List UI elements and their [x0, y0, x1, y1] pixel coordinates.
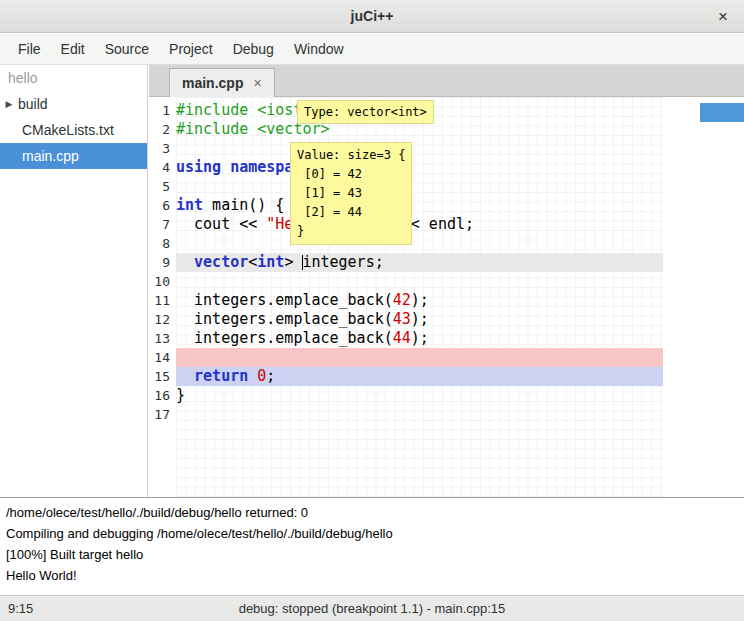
- code-line-5: 5: [149, 177, 744, 196]
- close-icon[interactable]: ×: [712, 0, 734, 33]
- menu-item-project[interactable]: Project: [159, 34, 223, 64]
- code-text[interactable]: integers.emplace_back(42);: [176, 291, 663, 310]
- scrollbar-thumb[interactable]: [700, 103, 744, 122]
- code-token: main() {: [203, 196, 284, 214]
- code-token: [176, 253, 194, 271]
- status-bar: 9:15 debug: stopped (breakpoint 1.1) - m…: [0, 595, 744, 621]
- code-text[interactable]: [176, 139, 663, 158]
- code-token: 42: [393, 291, 411, 309]
- line-number[interactable]: 5: [149, 177, 176, 196]
- code-token: integers.emplace_back(: [176, 291, 393, 309]
- file-tree-sidebar: hello ▶buildCMakeLists.txtmain.cpp: [0, 65, 148, 497]
- code-token: vector: [194, 253, 248, 271]
- code-line-9: 9 vector<int> integers;: [149, 253, 744, 272]
- line-number[interactable]: 10: [149, 272, 176, 291]
- line-number[interactable]: 13: [149, 329, 176, 348]
- menu-item-file[interactable]: File: [8, 34, 51, 64]
- line-number[interactable]: 11: [149, 291, 176, 310]
- code-text[interactable]: [176, 348, 663, 367]
- code-line-11: 11 integers.emplace_back(42);: [149, 291, 744, 310]
- project-name: hello: [0, 65, 147, 91]
- code-token: 44: [393, 329, 411, 347]
- code-line-10: 10: [149, 272, 744, 291]
- code-token: [176, 367, 194, 385]
- line-number[interactable]: 17: [149, 405, 176, 424]
- code-text[interactable]: [176, 234, 663, 253]
- tab-main-cpp[interactable]: main.cpp ×: [169, 68, 275, 97]
- code-token: <: [248, 253, 257, 271]
- expander-icon[interactable]: ▶: [0, 99, 18, 109]
- line-number[interactable]: 16: [149, 386, 176, 405]
- title-bar: juCi++ ×: [0, 0, 744, 33]
- code-token: 0: [257, 367, 266, 385]
- sidebar-item-main-cpp[interactable]: main.cpp: [0, 143, 147, 169]
- code-token: );: [411, 329, 429, 347]
- code-token: cout <<: [176, 215, 266, 233]
- code-token: 43: [393, 310, 411, 328]
- code-text[interactable]: [176, 177, 663, 196]
- code-token: }: [176, 386, 185, 404]
- tab-label: main.cpp: [182, 75, 243, 91]
- menu-bar: FileEditSourceProjectDebugWindow: [0, 34, 744, 65]
- code-token: int: [176, 196, 203, 214]
- line-number[interactable]: 12: [149, 310, 176, 329]
- code-line-17: 17: [149, 405, 744, 424]
- menu-item-debug[interactable]: Debug: [223, 34, 284, 64]
- code-token: );: [411, 310, 429, 328]
- code-token: int: [257, 253, 284, 271]
- code-text[interactable]: [176, 405, 663, 424]
- line-number[interactable]: 3: [149, 139, 176, 158]
- line-number[interactable]: 14: [149, 348, 176, 367]
- code-line-7: 7 cout << "Hello World!" << endl;: [149, 215, 744, 234]
- output-panel: /home/olece/test/hello/./build/debug/hel…: [0, 497, 744, 595]
- code-token: integers.emplace_back(: [176, 310, 393, 328]
- code-token: return: [194, 367, 248, 385]
- line-number[interactable]: 15: [149, 367, 176, 386]
- menu-item-source[interactable]: Source: [95, 34, 159, 64]
- code-text[interactable]: vector<int> integers;: [176, 253, 663, 272]
- output-line: Compiling and debugging /home/olece/test…: [6, 523, 738, 544]
- tooltip-value-line: Value: size=3 {: [297, 146, 405, 165]
- code-token: ;: [266, 367, 275, 385]
- code-text[interactable]: integers.emplace_back(43);: [176, 310, 663, 329]
- debug-tooltip-value: Value: size=3 { [0] = 42 [1] = 43 [2] = …: [290, 142, 412, 245]
- code-text[interactable]: using namespace std;: [176, 158, 663, 177]
- line-number[interactable]: 8: [149, 234, 176, 253]
- code-text[interactable]: cout << "Hello World!" << endl;: [176, 215, 663, 234]
- debug-status-text: debug: stopped (breakpoint 1.1) - main.c…: [239, 601, 506, 616]
- tooltip-value-line: [1] = 43: [297, 184, 405, 203]
- line-number[interactable]: 7: [149, 215, 176, 234]
- sidebar-item-build[interactable]: ▶build: [0, 91, 147, 117]
- tab-close-icon[interactable]: ×: [253, 75, 261, 91]
- code-token: );: [411, 291, 429, 309]
- menu-item-window[interactable]: Window: [284, 34, 354, 64]
- code-line-8: 8: [149, 234, 744, 253]
- code-line-1: 1#include <iostream>: [149, 101, 744, 120]
- code-text[interactable]: [176, 272, 663, 291]
- code-text[interactable]: }: [176, 386, 663, 405]
- tooltip-value-line: [2] = 44: [297, 203, 405, 222]
- line-number[interactable]: 2: [149, 120, 176, 139]
- tree-item-label: main.cpp: [22, 148, 79, 164]
- sidebar-item-cmakelists-txt[interactable]: CMakeLists.txt: [0, 117, 147, 143]
- code-line-12: 12 integers.emplace_back(43);: [149, 310, 744, 329]
- output-line: /home/olece/test/hello/./build/debug/hel…: [6, 502, 738, 523]
- code-line-4: 4using namespace std;: [149, 158, 744, 177]
- code-text[interactable]: return 0;: [176, 367, 663, 386]
- line-number[interactable]: 6: [149, 196, 176, 215]
- line-number[interactable]: 9: [149, 253, 176, 272]
- menu-item-edit[interactable]: Edit: [51, 34, 95, 64]
- code-text[interactable]: int main() {: [176, 196, 663, 215]
- code-token: integers;: [302, 253, 383, 271]
- code-text[interactable]: integers.emplace_back(44);: [176, 329, 663, 348]
- line-number[interactable]: 1: [149, 101, 176, 120]
- code-line-6: 6int main() {: [149, 196, 744, 215]
- line-number[interactable]: 4: [149, 158, 176, 177]
- output-line: [100%] Built target hello: [6, 544, 738, 565]
- code-token: [248, 367, 257, 385]
- code-editor[interactable]: 1#include <iostream>2#include <vector>34…: [149, 97, 744, 497]
- tab-bar: main.cpp ×: [149, 65, 744, 97]
- debug-tooltip-type: Type: vector<int>: [297, 100, 434, 124]
- code-line-15: 15 return 0;: [149, 367, 744, 386]
- tooltip-value-line: [0] = 42: [297, 165, 405, 184]
